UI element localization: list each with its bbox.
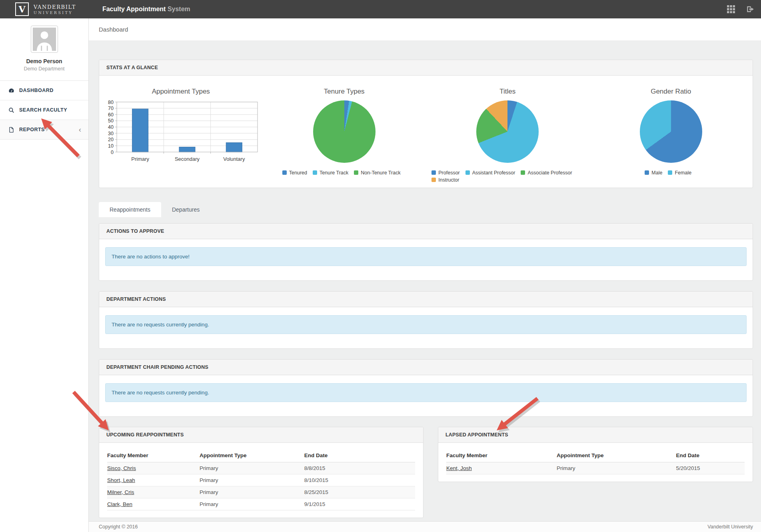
avatar (31, 26, 58, 53)
appointment-type-cell: Primary (557, 462, 676, 474)
svg-text:Voluntary: Voluntary (223, 156, 245, 162)
faculty-member-link[interactable]: Sisco, Chris (107, 465, 136, 471)
legend-label: Male (651, 170, 662, 176)
legend-swatch (431, 178, 436, 182)
column-header: Faculty Member (446, 449, 557, 462)
end-date-cell: 8/8/2015 (304, 462, 415, 474)
legend-label: Assistant Professor (472, 170, 515, 176)
stats-at-a-glance-panel: STATS AT A GLANCE Appointment Types01020… (99, 60, 753, 188)
legend-item: Male (645, 170, 662, 176)
faculty-member-link[interactable]: Clark, Ben (107, 501, 132, 507)
legend-item: Professor (431, 170, 460, 176)
legend-item: Tenured (282, 170, 307, 176)
svg-text:10: 10 (108, 143, 114, 149)
svg-text:20: 20 (108, 137, 114, 142)
legend-label: Instructor (438, 177, 459, 183)
panel-title: UPCOMING REAPPOINTMENTS (99, 427, 423, 443)
svg-text:80: 80 (108, 100, 114, 105)
column-header: End Date (676, 449, 745, 462)
sidebar-item-search-faculty[interactable]: SEARCH FACULTY (0, 100, 88, 120)
chart-legend: ProfessorAssistant ProfessorAssociate Pr… (431, 170, 583, 183)
department-actions-panel: DEPARTMENT ACTIONS There are no requests… (99, 291, 753, 349)
legend-label: Associate Professor (527, 170, 572, 176)
legend-item: Female (668, 170, 691, 176)
legend-label: Female (675, 170, 691, 176)
legend-swatch (645, 170, 649, 175)
tab-reappointments[interactable]: Reappointments (99, 202, 161, 217)
end-date-cell: 8/10/2015 (304, 474, 415, 486)
chart-legend: MaleFemale (645, 170, 697, 176)
legend-label: Professor (438, 170, 460, 176)
svg-text:50: 50 (108, 118, 114, 124)
bar-chart: 01020304050607080PrimarySecondaryVolunta… (99, 98, 263, 168)
legend-item: Non-Tenure Track (354, 170, 400, 176)
svg-text:0: 0 (111, 150, 114, 155)
legend-swatch (354, 170, 358, 175)
footer-copyright: Copyright © 2016 (99, 524, 138, 530)
person-silhouette-icon (33, 28, 56, 51)
table-row: Clark, BenPrimary9/1/2015 (107, 498, 415, 510)
table-row: Milner, CrisPrimary8/25/2015 (107, 486, 415, 498)
info-alert: There are no requests currently pending. (105, 383, 747, 402)
chart-legend: TenuredTenure TrackNon-Tenure Track (282, 170, 406, 176)
chart-title: Titles (426, 88, 589, 96)
logo-letter: V (18, 5, 25, 14)
chart-tenure-types: Tenure TypesTenuredTenure TrackNon-Tenur… (263, 76, 426, 188)
svg-text:Primary: Primary (132, 156, 150, 162)
pie-chart (640, 100, 702, 163)
faculty-member-link[interactable]: Milner, Cris (107, 489, 134, 495)
logo-line2: UNIVERSITY (34, 10, 76, 15)
user-profile: Demo Person Demo Department (0, 18, 88, 80)
svg-text:70: 70 (108, 106, 114, 111)
appointment-type-cell: Primary (200, 498, 304, 510)
legend-swatch (313, 170, 317, 175)
breadcrumb: Dashboard (99, 26, 128, 33)
chevron-left-icon[interactable]: ‹ (79, 126, 81, 133)
faculty-member-link[interactable]: Short, Leah (107, 477, 135, 483)
pie-chart (476, 100, 539, 163)
vanderbilt-logo-icon: V (15, 2, 29, 16)
user-name: Demo Person (4, 58, 84, 64)
faculty-member-link[interactable]: Kent, Josh (446, 465, 472, 471)
legend-item: Instructor (431, 177, 459, 183)
legend-label: Tenure Track (320, 170, 348, 176)
legend-swatch (465, 170, 470, 175)
column-header: Appointment Type (200, 449, 304, 462)
svg-text:30: 30 (108, 131, 114, 136)
column-header: End Date (304, 449, 415, 462)
department-chair-pending-actions-panel: DEPARTMENT CHAIR PENDING ACTIONS There a… (99, 359, 753, 417)
top-header-bar: V VANDERBILT UNIVERSITY Faculty Appointm… (0, 0, 761, 18)
legend-swatch (521, 170, 525, 175)
sidebar-item-dashboard[interactable]: DASHBOARD (0, 81, 88, 100)
chart-title: Gender Ratio (589, 88, 753, 96)
svg-text:40: 40 (108, 124, 114, 130)
sidebar-menu: DASHBOARDSEARCH FACULTYREPORTS‹ (0, 80, 88, 140)
svg-text:60: 60 (108, 112, 114, 118)
user-department: Demo Department (4, 66, 84, 72)
chart-titles: TitlesProfessorAssistant ProfessorAssoci… (426, 76, 589, 188)
appointment-type-cell: Primary (200, 486, 304, 498)
tab-departures[interactable]: Departures (161, 202, 210, 217)
apps-grid-icon[interactable] (727, 5, 735, 14)
breadcrumb-bar: Dashboard (89, 18, 761, 40)
appointment-type-cell: Primary (200, 474, 304, 486)
info-alert: There are no actions to approve! (105, 247, 747, 266)
column-header: Appointment Type (557, 449, 676, 462)
panel-title: DEPARTMENT ACTIONS (99, 292, 753, 307)
sidebar-item-reports[interactable]: REPORTS‹ (0, 120, 88, 140)
lapsed-appointments-table: Faculty Member Appointment Type End Date… (446, 449, 745, 474)
legend-item: Associate Professor (521, 170, 572, 176)
end-date-cell: 5/20/2015 (676, 462, 745, 474)
footer-org: Vanderbilt University (707, 524, 753, 530)
pie-chart (313, 100, 376, 163)
sign-out-icon[interactable] (746, 5, 755, 14)
upcoming-reappointments-table: Faculty Member Appointment Type End Date… (107, 449, 415, 510)
table-row: Sisco, ChrisPrimary8/8/2015 (107, 462, 415, 474)
table-row: Short, LeahPrimary8/10/2015 (107, 474, 415, 486)
logo-line1: VANDERBILT (34, 4, 76, 10)
legend-item: Tenure Track (313, 170, 348, 176)
end-date-cell: 8/25/2015 (304, 486, 415, 498)
legend-swatch (282, 170, 287, 175)
legend-label: Non-Tenure Track (361, 170, 400, 176)
file-icon (8, 126, 14, 133)
